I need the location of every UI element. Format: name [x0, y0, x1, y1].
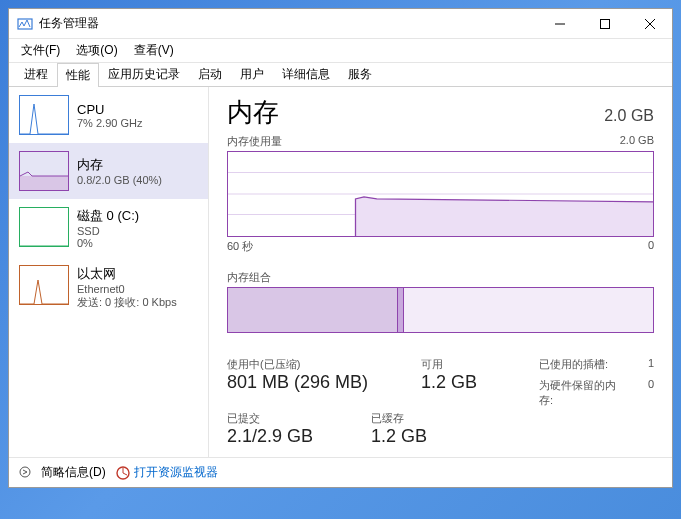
stat-inuse-label: 使用中(已压缩)	[227, 357, 397, 372]
hwreserved-label: 为硬件保留的内存:	[539, 378, 628, 408]
close-button[interactable]	[627, 9, 672, 38]
usage-max: 2.0 GB	[620, 134, 654, 149]
sidebar-item-cpu[interactable]: CPU 7% 2.90 GHz	[9, 87, 208, 143]
sidebar-item-memory[interactable]: 内存 0.8/2.0 GB (40%)	[9, 143, 208, 199]
svg-point-10	[20, 467, 30, 477]
content: CPU 7% 2.90 GHz 内存 0.8/2.0 GB (40%) 磁盘	[9, 87, 672, 457]
memory-label: 内存	[77, 156, 198, 174]
slots-label: 已使用的插槽:	[539, 357, 608, 372]
memory-total: 2.0 GB	[604, 107, 654, 125]
cpu-thumb	[19, 95, 69, 135]
menubar: 文件(F) 选项(O) 查看(V)	[9, 39, 672, 63]
minimize-button[interactable]	[537, 9, 582, 38]
stats: 使用中(已压缩) 801 MB (296 MB) 可用 1.2 GB 已提交 2…	[227, 357, 654, 447]
ethernet-detail2: 发送: 0 接收: 0 Kbps	[77, 295, 198, 310]
composition-label: 内存组合	[227, 270, 654, 285]
disk-label: 磁盘 0 (C:)	[77, 207, 198, 225]
stat-cached-label: 已缓存	[371, 411, 471, 426]
expand-icon[interactable]	[19, 466, 31, 480]
tab-startup[interactable]: 启动	[189, 62, 231, 86]
memory-composition-chart[interactable]	[227, 287, 654, 333]
memory-usage-chart[interactable]	[227, 151, 654, 237]
app-icon	[17, 16, 33, 32]
slots-value: 1	[648, 357, 654, 372]
cpu-label: CPU	[77, 102, 198, 117]
svg-rect-2	[600, 19, 609, 28]
stat-inuse-value: 801 MB (296 MB)	[227, 372, 397, 393]
sidebar-item-ethernet[interactable]: 以太网 Ethernet0 发送: 0 接收: 0 Kbps	[9, 257, 208, 318]
sidebar-item-disk[interactable]: 磁盘 0 (C:) SSD 0%	[9, 199, 208, 257]
page-title: 内存	[227, 95, 279, 130]
tab-app-history[interactable]: 应用历史记录	[99, 62, 189, 86]
ethernet-detail1: Ethernet0	[77, 283, 198, 295]
stat-available-value: 1.2 GB	[421, 372, 521, 393]
footer: 简略信息(D) 打开资源监视器	[9, 457, 672, 487]
stat-available-label: 可用	[421, 357, 521, 372]
stat-committed-label: 已提交	[227, 411, 347, 426]
disk-thumb	[19, 207, 69, 247]
stat-cached-value: 1.2 GB	[371, 426, 471, 447]
axis-left: 60 秒	[227, 239, 253, 254]
stat-committed-value: 2.1/2.9 GB	[227, 426, 347, 447]
sidebar: CPU 7% 2.90 GHz 内存 0.8/2.0 GB (40%) 磁盘	[9, 87, 209, 457]
resource-monitor-icon	[116, 466, 130, 480]
axis-right: 0	[648, 239, 654, 254]
usage-label: 内存使用量	[227, 134, 282, 149]
summary-link[interactable]: 简略信息(D)	[41, 464, 106, 481]
ethernet-thumb	[19, 265, 69, 305]
resource-monitor-link[interactable]: 打开资源监视器	[116, 464, 218, 481]
hwreserved-value: 0	[648, 378, 654, 408]
svg-rect-5	[20, 176, 68, 190]
tabs: 进程 性能 应用历史记录 启动 用户 详细信息 服务	[9, 63, 672, 87]
titlebar: 任务管理器	[9, 9, 672, 39]
tab-details[interactable]: 详细信息	[273, 62, 339, 86]
svg-line-13	[123, 473, 127, 475]
comp-standby	[404, 288, 653, 332]
task-manager-window: 任务管理器 文件(F) 选项(O) 查看(V) 进程 性能 应用历史记录 启动 …	[8, 8, 673, 488]
maximize-button[interactable]	[582, 9, 627, 38]
ethernet-label: 以太网	[77, 265, 198, 283]
window-title: 任务管理器	[39, 15, 537, 32]
menu-file[interactable]: 文件(F)	[15, 40, 66, 61]
main-panel: 内存 2.0 GB 内存使用量 2.0 GB 60 秒 0 内存	[209, 87, 672, 457]
tab-services[interactable]: 服务	[339, 62, 381, 86]
disk-detail1: SSD	[77, 225, 198, 237]
cpu-detail: 7% 2.90 GHz	[77, 117, 198, 129]
menu-options[interactable]: 选项(O)	[70, 40, 123, 61]
comp-inuse	[228, 288, 398, 332]
menu-view[interactable]: 查看(V)	[128, 40, 180, 61]
disk-detail2: 0%	[77, 237, 198, 249]
memory-thumb	[19, 151, 69, 191]
tab-processes[interactable]: 进程	[15, 62, 57, 86]
memory-detail: 0.8/2.0 GB (40%)	[77, 174, 198, 186]
tab-performance[interactable]: 性能	[57, 63, 99, 87]
tab-users[interactable]: 用户	[231, 62, 273, 86]
